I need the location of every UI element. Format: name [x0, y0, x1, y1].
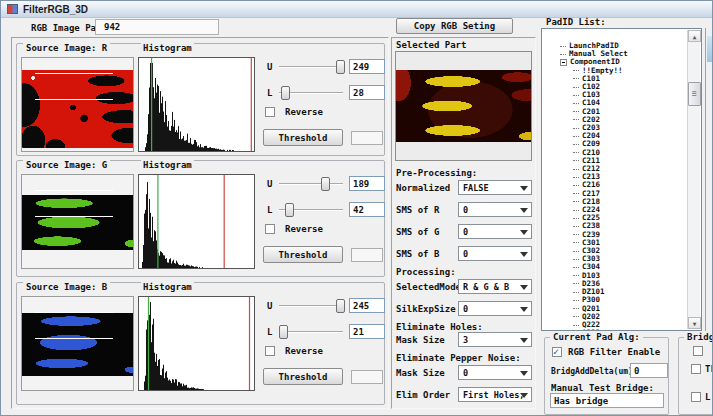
upper-value-input[interactable]: 245	[349, 298, 385, 313]
tree-item[interactable]: C203	[560, 124, 685, 132]
l-checkbox[interactable]	[691, 392, 701, 402]
tree-item[interactable]: C304	[560, 263, 685, 271]
scroll-up-icon[interactable]: ▲	[688, 30, 701, 42]
tree-item[interactable]: C103	[560, 91, 685, 99]
threshold-button[interactable]: Threshold	[263, 246, 343, 263]
upper-slider[interactable]	[279, 176, 343, 192]
option-value: FALSE	[463, 183, 489, 193]
tl-checkbox[interactable]	[691, 364, 701, 374]
tree-item[interactable]: C204	[560, 132, 685, 140]
lower-value-input[interactable]: 21	[349, 324, 385, 339]
tree-item[interactable]: C104	[560, 99, 685, 107]
tree-item[interactable]: Q202	[560, 313, 685, 321]
titlebar[interactable]: FilterRGB_3D	[1, 1, 712, 18]
slider-thumb[interactable]	[279, 325, 288, 339]
slider-track[interactable]	[279, 331, 343, 333]
collapse-icon[interactable]	[560, 59, 567, 66]
tree-item[interactable]: C218	[560, 198, 685, 206]
source-image-content	[22, 70, 133, 148]
slider-thumb[interactable]	[285, 203, 294, 217]
reverse-checkbox[interactable]	[265, 107, 275, 117]
scrollbar-thumb[interactable]	[688, 82, 701, 106]
bridge-add-delta-input[interactable]: 0	[630, 363, 668, 378]
threshold-button[interactable]: Threshold	[263, 129, 343, 146]
lower-label: L	[267, 327, 272, 337]
option-dropdown[interactable]: R & G & B	[458, 279, 532, 294]
lower-slider[interactable]	[279, 324, 343, 340]
tree-item[interactable]: C238	[560, 222, 685, 230]
option-dropdown[interactable]: 0	[458, 246, 532, 261]
rgb-filter-enable-checkbox[interactable]	[552, 347, 562, 357]
tree-scrollbar[interactable]: ▲ ▼	[687, 30, 700, 329]
filterrgb-window: FilterRGB_3D RGB Image PadID: 942 Copy R…	[0, 0, 713, 416]
option-dropdown[interactable]: 0	[458, 202, 532, 217]
tree-item[interactable]: C201	[560, 108, 685, 116]
slider-thumb[interactable]	[321, 177, 330, 191]
option-dropdown[interactable]: 0	[458, 301, 532, 316]
tree-item[interactable]: P300	[560, 296, 685, 304]
tree-item[interactable]: D236	[560, 280, 685, 288]
slider-track[interactable]	[279, 66, 343, 68]
slider-thumb[interactable]	[336, 60, 345, 74]
tree-item[interactable]: DZ101	[560, 288, 685, 296]
option-dropdown[interactable]: 3	[458, 332, 532, 347]
window-title: FilterRGB_3D	[23, 4, 88, 15]
channel-title: Source Image: B	[23, 282, 110, 292]
option-dropdown[interactable]: 0	[458, 365, 532, 380]
option-label: Mask Size	[396, 335, 445, 345]
lower-value-text: 21	[353, 327, 364, 337]
slider-thumb[interactable]	[281, 86, 290, 100]
copy-rgb-setting-button[interactable]: Copy RGB Seting	[396, 18, 513, 34]
threshold-button[interactable]: Threshold	[263, 368, 343, 385]
manual-test-bridge-input[interactable]: Has bridge	[550, 393, 664, 408]
tree-item[interactable]: C224	[560, 206, 685, 214]
reverse-label: Reverse	[285, 107, 323, 117]
tree-item[interactable]: C211	[560, 157, 685, 165]
reverse-checkbox[interactable]	[265, 224, 275, 234]
tree-item[interactable]: C101	[560, 75, 685, 83]
pre-processing-title: Pre-Processing:	[396, 168, 477, 178]
tree-item[interactable]: C301	[560, 239, 685, 247]
upper-slider[interactable]	[279, 59, 343, 75]
bridge-checkbox[interactable]	[693, 346, 703, 356]
lower-slider[interactable]	[279, 202, 343, 218]
tree-item[interactable]: Q233	[560, 329, 685, 330]
tree-item[interactable]: Q201	[560, 305, 685, 313]
tree-item[interactable]: D103	[560, 272, 685, 280]
tree-item[interactable]: C202	[560, 116, 685, 124]
threshold-result-box	[351, 248, 383, 262]
channel-title: Source Image: R	[23, 43, 110, 53]
lower-value-input[interactable]: 42	[349, 202, 385, 217]
reverse-label: Reverse	[285, 224, 323, 234]
tree-item[interactable]: Q222	[560, 321, 685, 329]
slider-thumb[interactable]	[336, 299, 345, 313]
scroll-down-icon[interactable]: ▼	[688, 317, 701, 329]
option-dropdown[interactable]: First Holes,	[458, 387, 532, 402]
option-dropdown[interactable]: 0	[458, 224, 532, 239]
tree-item[interactable]: C212	[560, 165, 685, 173]
slider-track[interactable]	[279, 305, 343, 307]
slider-track[interactable]	[279, 183, 343, 185]
option-value: 0	[463, 368, 468, 378]
lower-value-input[interactable]: 28	[349, 85, 385, 100]
upper-slider[interactable]	[279, 298, 343, 314]
tree-item[interactable]: C213	[560, 173, 685, 181]
tree-item[interactable]: C302	[560, 247, 685, 255]
tree-item[interactable]: C210	[560, 149, 685, 157]
upper-value-input[interactable]: 189	[349, 176, 385, 191]
padid-list-label: PadID List:	[546, 17, 606, 27]
upper-value-input[interactable]: 249	[349, 59, 385, 74]
tree-item[interactable]: C303	[560, 255, 685, 263]
reverse-checkbox[interactable]	[265, 346, 275, 356]
lower-slider[interactable]	[279, 85, 343, 101]
tree-item[interactable]: C217	[560, 190, 685, 198]
option-dropdown[interactable]: FALSE	[458, 180, 532, 195]
tree-item[interactable]: C239	[560, 231, 685, 239]
tree-item[interactable]: !!Empty!!	[560, 67, 685, 75]
option-label: SMS of B	[396, 249, 439, 259]
tree-item[interactable]: C225	[560, 214, 685, 222]
tree-item[interactable]: C102	[560, 83, 685, 91]
tree-item[interactable]: C216	[560, 181, 685, 189]
tree-item[interactable]: C209	[560, 140, 685, 148]
chevron-down-icon	[520, 307, 528, 312]
